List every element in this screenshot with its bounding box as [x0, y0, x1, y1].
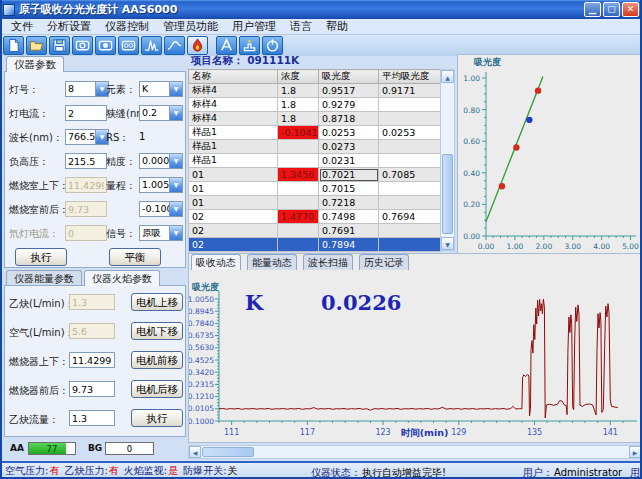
motor-button[interactable]: 电机后移 — [131, 380, 183, 398]
cell-avg-absorbance[interactable]: 0.7085 — [379, 168, 441, 182]
cell-avg-absorbance[interactable] — [379, 224, 441, 238]
cell-concentration[interactable]: 1.3456 — [278, 168, 319, 182]
table-scrollbar[interactable]: ▲ ▼ — [440, 69, 455, 251]
cell-avg-absorbance[interactable]: 0.0253 — [379, 126, 441, 140]
motor-button[interactable]: 电机前移 — [131, 351, 183, 369]
cell-name[interactable]: 样品1 — [189, 140, 278, 154]
cell-absorbance[interactable]: 0.0253 — [319, 126, 379, 140]
balance-button[interactable]: 平衡 — [109, 248, 161, 266]
menu-item[interactable]: 分析设置 — [40, 19, 98, 34]
text-input[interactable] — [69, 410, 115, 426]
column-header[interactable]: 浓度 — [278, 70, 319, 84]
new-file-button[interactable] — [3, 36, 24, 55]
text-input[interactable] — [65, 153, 107, 169]
cell-absorbance[interactable]: 0.7894 — [319, 238, 379, 252]
table-row[interactable]: 标样41.80.95170.9171 — [189, 84, 441, 98]
cell-avg-absorbance[interactable] — [379, 238, 441, 252]
menu-item[interactable]: 管理员功能 — [156, 19, 225, 34]
scroll-right-icon[interactable]: ▶ — [629, 446, 641, 458]
menu-item[interactable]: 帮助 — [319, 19, 355, 34]
tab-dyn-1[interactable]: 能量动态 — [247, 254, 297, 270]
cell-name[interactable]: 样品1 — [189, 154, 278, 168]
burner-position-icon[interactable] — [239, 36, 260, 55]
chevron-down-icon[interactable]: ▼ — [169, 178, 182, 192]
cell-avg-absorbance[interactable]: 0.9171 — [379, 84, 441, 98]
scroll-down-icon[interactable]: ▼ — [441, 237, 454, 250]
lamp-energy-icon[interactable] — [95, 36, 116, 55]
cell-name[interactable]: 02 — [189, 224, 278, 238]
cell-avg-absorbance[interactable] — [379, 182, 441, 196]
tab-dyn-3[interactable]: 历史记录 — [359, 254, 409, 270]
dropdown[interactable]: 766.5▼ — [65, 129, 109, 145]
cell-absorbance[interactable]: 0.9279 — [319, 98, 379, 112]
cell-concentration[interactable] — [278, 154, 319, 168]
cell-avg-absorbance[interactable] — [379, 154, 441, 168]
cell-absorbance[interactable]: 0.0231 — [319, 154, 379, 168]
motor-button[interactable]: 执行 — [131, 409, 183, 427]
cell-avg-absorbance[interactable] — [379, 196, 441, 210]
cell-name[interactable]: 02 — [189, 238, 278, 252]
auto-analysis-icon[interactable] — [216, 36, 237, 55]
cell-absorbance[interactable]: 0.7015 — [319, 182, 379, 196]
dropdown[interactable]: 8▼ — [65, 81, 109, 97]
dropdown[interactable]: 0.0000▼ — [139, 153, 183, 169]
column-header[interactable]: 名称 — [189, 70, 278, 84]
close-button[interactable]: ✕ — [622, 2, 639, 17]
chevron-down-icon[interactable]: ▼ — [169, 82, 182, 96]
minimize-button[interactable]: ▁ — [584, 2, 601, 17]
table-row[interactable]: 样品1-0.10410.02530.0253 — [189, 126, 441, 140]
menu-item[interactable]: 用户管理 — [225, 19, 283, 34]
table-row[interactable]: 010.7218 — [189, 196, 441, 210]
menu-item[interactable]: 语言 — [283, 19, 319, 34]
menu-item[interactable]: 仪器控制 — [98, 19, 156, 34]
lamp-gain-icon[interactable] — [118, 36, 139, 55]
cell-avg-absorbance[interactable] — [379, 112, 441, 126]
table-row[interactable]: 样品10.0231 — [189, 154, 441, 168]
cell-absorbance[interactable]: 0.8718 — [319, 112, 379, 126]
cell-concentration[interactable]: 1.8 — [278, 84, 319, 98]
chevron-down-icon[interactable]: ▼ — [169, 154, 182, 168]
motor-button[interactable]: 电机下移 — [131, 322, 183, 340]
dropdown[interactable]: 1.0050▼ — [139, 177, 183, 193]
tab-dyn-0[interactable]: 吸收动态 — [191, 254, 241, 270]
cell-concentration[interactable]: -0.1041 — [278, 126, 319, 140]
motor-button[interactable]: 电机上移 — [131, 293, 183, 311]
dropdown[interactable]: K▼ — [139, 81, 183, 97]
text-input[interactable] — [65, 105, 107, 121]
cell-concentration[interactable]: 1.8 — [278, 98, 319, 112]
table-row[interactable]: 011.34560.70210.7085 — [189, 168, 441, 182]
menu-item[interactable]: 文件 — [4, 19, 40, 34]
cell-absorbance[interactable]: 0.7218 — [319, 196, 379, 210]
table-row[interactable]: 标样41.80.9279 — [189, 98, 441, 112]
text-input[interactable] — [69, 352, 115, 368]
scroll-up-icon[interactable]: ▲ — [441, 70, 454, 83]
cell-concentration[interactable] — [278, 196, 319, 210]
cell-name[interactable]: 标样4 — [189, 98, 278, 112]
table-row[interactable]: 标样41.80.8718 — [189, 112, 441, 126]
tab-dyn-2[interactable]: 波长扫描 — [303, 254, 353, 270]
scroll-left-icon[interactable]: ◀ — [189, 446, 201, 458]
cell-name[interactable]: 样品1 — [189, 126, 278, 140]
table-row[interactable]: 010.7015 — [189, 182, 441, 196]
tab-instrument-params[interactable]: 仪器参数 — [6, 56, 64, 72]
dropdown[interactable]: -0.1000▼ — [139, 201, 183, 217]
cell-name[interactable]: 01 — [189, 182, 278, 196]
cell-absorbance[interactable]: 0.7691 — [319, 224, 379, 238]
maximize-button[interactable]: ▢ — [603, 2, 620, 17]
cell-name[interactable]: 标样4 — [189, 112, 278, 126]
cell-avg-absorbance[interactable] — [379, 140, 441, 154]
wavelength-peak-icon[interactable] — [141, 36, 162, 55]
open-folder-button[interactable] — [26, 36, 47, 55]
cell-concentration[interactable] — [278, 224, 319, 238]
cell-name[interactable]: 02 — [189, 210, 278, 224]
table-row[interactable]: 021.47700.74980.7694 — [189, 210, 441, 224]
cell-absorbance[interactable]: 0.0273 — [319, 140, 379, 154]
chart-scrollbar-thumb[interactable] — [202, 447, 254, 457]
table-row[interactable]: 020.7894 — [189, 238, 441, 252]
dropdown[interactable]: 0.2▼ — [139, 105, 183, 121]
tab-flame-0[interactable]: 仪器能量参数 — [6, 270, 82, 286]
cell-concentration[interactable] — [278, 182, 319, 196]
column-header[interactable]: 吸光度 — [319, 70, 379, 84]
table-row[interactable]: 样品10.0273 — [189, 140, 441, 154]
power-icon[interactable] — [262, 36, 283, 55]
